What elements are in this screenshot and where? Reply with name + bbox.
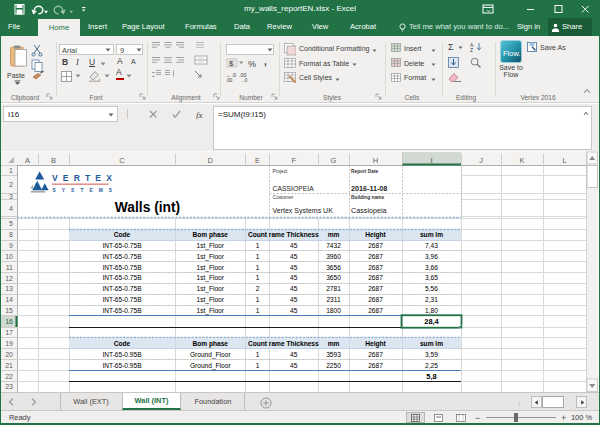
svg-text:45: 45	[290, 285, 298, 292]
svg-text:mm: mm	[328, 231, 340, 238]
svg-text:Bom phase: Bom phase	[192, 340, 228, 348]
svg-text:1800: 1800	[326, 307, 341, 314]
svg-text:Height: Height	[365, 340, 386, 348]
svg-text:Height: Height	[365, 231, 386, 239]
svg-text:2687: 2687	[368, 362, 383, 369]
svg-text:17: 17	[5, 329, 13, 336]
svg-text:14: 14	[5, 296, 13, 303]
svg-text:1: 1	[256, 242, 260, 249]
svg-text:45: 45	[290, 264, 298, 271]
svg-text:A: A	[25, 156, 30, 165]
svg-text:45: 45	[290, 296, 298, 303]
svg-text:%: %	[248, 59, 256, 69]
svg-text:INT-65-0.75B: INT-65-0.75B	[102, 274, 142, 281]
svg-text:13: 13	[5, 285, 13, 292]
svg-text:3,66: 3,66	[425, 264, 438, 271]
svg-text:E: E	[255, 156, 260, 165]
svg-text:mm: mm	[328, 340, 340, 347]
svg-text:,: ,	[264, 58, 267, 67]
svg-text:INT-65-0.75B: INT-65-0.75B	[102, 285, 142, 292]
svg-text:45: 45	[290, 242, 298, 249]
svg-text:H: H	[373, 156, 378, 165]
svg-text:Bom phase: Bom phase	[192, 231, 228, 239]
svg-text:.00: .00	[226, 78, 233, 83]
svg-text:22: 22	[5, 373, 13, 380]
svg-text:1st_Floor: 1st_Floor	[197, 242, 225, 250]
svg-text:5,8: 5,8	[426, 372, 436, 381]
svg-text:Ground_Floor: Ground_Floor	[190, 362, 231, 370]
svg-text:3,59: 3,59	[425, 351, 438, 358]
svg-text:28,4: 28,4	[424, 317, 439, 326]
svg-text:45: 45	[290, 351, 298, 358]
svg-text:2: 2	[9, 181, 13, 188]
svg-text:INT-65-0.75B: INT-65-0.75B	[102, 253, 142, 260]
svg-text:45: 45	[290, 253, 298, 260]
svg-text:F: F	[291, 156, 296, 165]
svg-text:Code: Code	[114, 231, 131, 238]
svg-text:G: G	[331, 156, 337, 165]
svg-text:Report Date: Report Date	[351, 169, 379, 174]
svg-text:1st_Floor: 1st_Floor	[197, 274, 225, 282]
svg-text:3,96: 3,96	[425, 253, 438, 260]
svg-text:10: 10	[5, 253, 13, 260]
svg-text:INT-65-0.75B: INT-65-0.75B	[102, 296, 142, 303]
svg-text:Z: Z	[470, 47, 473, 52]
svg-text:2250: 2250	[326, 362, 341, 369]
svg-text:Flow.: Flow.	[503, 49, 521, 58]
svg-text:C: C	[119, 156, 125, 165]
svg-text:2781: 2781	[326, 285, 341, 292]
svg-text:INT-65-0.75B: INT-65-0.75B	[102, 307, 142, 314]
svg-text:1: 1	[256, 296, 260, 303]
svg-text:K: K	[519, 156, 524, 165]
svg-text:5,56: 5,56	[425, 285, 438, 292]
svg-text:9: 9	[9, 242, 13, 249]
svg-text:2687: 2687	[368, 296, 383, 303]
svg-text:Project: Project	[273, 169, 289, 174]
svg-text:1: 1	[256, 264, 260, 271]
svg-text:rame Thickness: rame Thickness	[269, 340, 319, 347]
svg-text:fx: fx	[196, 110, 203, 119]
svg-text:Code: Code	[114, 340, 131, 347]
svg-text:20: 20	[5, 351, 13, 358]
svg-text:2,31: 2,31	[425, 296, 438, 303]
svg-text:Vertex Systems UK: Vertex Systems UK	[273, 207, 334, 215]
svg-text:Walls (int): Walls (int)	[115, 200, 180, 215]
svg-text:3593: 3593	[326, 351, 341, 358]
svg-text:Count: Count	[248, 340, 268, 347]
svg-text:SYSTEMS: SYSTEMS	[53, 188, 119, 193]
svg-text:2687: 2687	[368, 307, 383, 314]
svg-text:1: 1	[256, 307, 260, 314]
svg-text:16: 16	[5, 318, 13, 325]
svg-text:INT-65-0.95B: INT-65-0.95B	[102, 362, 142, 369]
svg-text:1: 1	[9, 167, 13, 174]
svg-text:Cassiopeia: Cassiopeia	[351, 206, 387, 215]
svg-text:3656: 3656	[326, 264, 341, 271]
svg-text:2687: 2687	[368, 285, 383, 292]
svg-text:23: 23	[5, 383, 13, 390]
svg-text:sum lm: sum lm	[420, 340, 443, 347]
svg-text:I: I	[430, 156, 432, 165]
svg-text:3650: 3650	[326, 274, 341, 281]
svg-text:B: B	[51, 156, 56, 165]
svg-text:CASSIOPEIA: CASSIOPEIA	[273, 185, 315, 192]
svg-text:1: 1	[256, 253, 260, 260]
svg-text:2: 2	[256, 285, 260, 292]
svg-text:7,43: 7,43	[425, 242, 438, 249]
svg-text:sum lm: sum lm	[420, 231, 443, 238]
svg-text:45: 45	[290, 307, 298, 314]
svg-text:21: 21	[5, 362, 13, 369]
svg-text:1st_Floor: 1st_Floor	[197, 296, 225, 304]
svg-text:2687: 2687	[368, 253, 383, 260]
svg-text:Customer: Customer	[273, 195, 294, 200]
svg-text:INT-65-0.75B: INT-65-0.75B	[102, 242, 142, 249]
svg-text:L: L	[562, 156, 566, 165]
svg-text:2687: 2687	[368, 274, 383, 281]
svg-text:1st_Floor: 1st_Floor	[197, 307, 225, 315]
svg-text:rame Thickness: rame Thickness	[269, 231, 319, 238]
svg-text:$: $	[229, 59, 234, 68]
svg-text:15: 15	[5, 307, 13, 314]
svg-text:INT-65-0.75B: INT-65-0.75B	[102, 264, 142, 271]
svg-text:→.0: →.0	[239, 78, 248, 83]
svg-text:7432: 7432	[326, 242, 341, 249]
svg-text:1,80: 1,80	[425, 307, 438, 314]
